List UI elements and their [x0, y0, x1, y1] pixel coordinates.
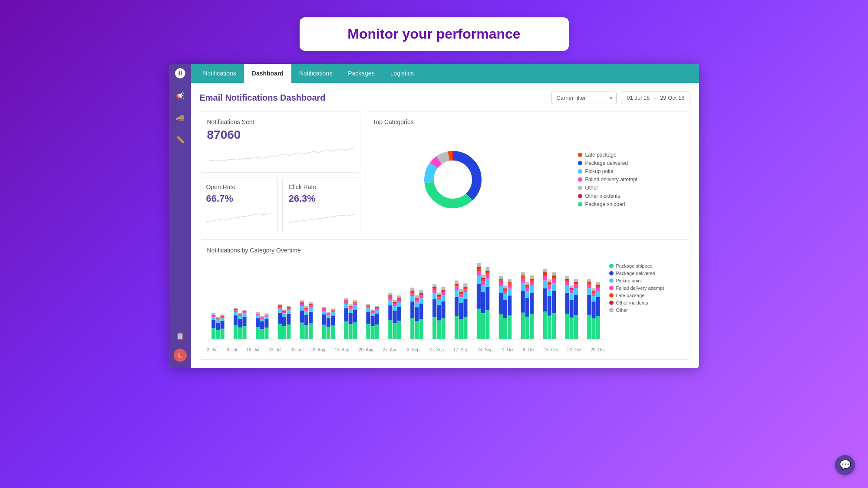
donut-svg — [418, 145, 488, 214]
svg-rect-206 — [415, 307, 419, 321]
svg-rect-189 — [393, 302, 396, 303]
svg-rect-213 — [419, 303, 423, 319]
svg-rect-209 — [415, 299, 419, 300]
x-label-12: 17. Sep — [453, 347, 468, 352]
svg-rect-83 — [282, 311, 286, 312]
svg-rect-337 — [547, 279, 551, 282]
svg-rect-122 — [326, 318, 330, 327]
tab-dashboard[interactable]: Dashboard — [244, 64, 291, 83]
svg-rect-68 — [264, 315, 268, 316]
svg-rect-290 — [503, 300, 507, 318]
svg-rect-117 — [322, 309, 326, 311]
bar-legend-package-delivered: Package delivered — [609, 271, 683, 276]
svg-rect-79 — [282, 326, 286, 339]
svg-rect-139 — [344, 301, 348, 302]
svg-rect-13 — [211, 315, 215, 316]
svg-rect-69 — [264, 315, 268, 315]
tab-notifications-top[interactable]: Notifications — [195, 64, 244, 83]
svg-rect-95 — [300, 306, 304, 310]
svg-rect-166 — [370, 311, 374, 313]
bar-chart-title: Notifications by Category Overtime — [207, 247, 683, 254]
svg-rect-224 — [432, 287, 436, 288]
sidebar-icon-list[interactable]: 📋 — [174, 329, 187, 342]
svg-rect-192 — [397, 307, 401, 321]
svg-rect-275 — [485, 310, 489, 339]
sidebar-avatar[interactable]: L — [174, 349, 187, 362]
x-label-17: 22. Oct — [567, 347, 581, 352]
svg-rect-103 — [304, 309, 308, 311]
carrier-filter-select[interactable]: Carrier filter — [551, 92, 617, 104]
x-label-7: 13. Aug — [335, 347, 350, 352]
sidebar-icon-edit[interactable]: ✏️ — [174, 133, 187, 146]
svg-rect-42 — [238, 314, 242, 314]
svg-rect-100 — [304, 325, 308, 339]
svg-rect-127 — [326, 312, 330, 313]
svg-rect-54 — [255, 314, 259, 316]
tab-packages[interactable]: Packages — [340, 64, 382, 83]
svg-rect-349 — [565, 280, 569, 282]
svg-rect-115 — [322, 314, 326, 325]
sidebar-icon-truck[interactable]: 🚚 — [174, 111, 187, 124]
svg-rect-369 — [587, 285, 591, 288]
svg-rect-178 — [388, 305, 392, 320]
svg-rect-44 — [242, 326, 246, 339]
svg-rect-353 — [569, 300, 573, 318]
svg-rect-239 — [441, 287, 445, 290]
svg-rect-120 — [322, 307, 326, 308]
svg-rect-259 — [463, 287, 467, 288]
svg-rect-109 — [309, 308, 313, 312]
svg-rect-22 — [216, 317, 220, 318]
svg-rect-344 — [551, 272, 555, 275]
svg-rect-242 — [454, 290, 458, 296]
svg-rect-293 — [503, 289, 507, 291]
x-label-18: 29. Oct — [591, 347, 604, 352]
svg-rect-366 — [587, 315, 591, 339]
tab-notifications[interactable]: Notifications — [291, 64, 340, 83]
tab-logistics[interactable]: Logistics — [383, 64, 422, 83]
svg-rect-158 — [366, 308, 370, 312]
svg-rect-179 — [388, 301, 392, 305]
legend-pickup-point: Pickup point — [578, 168, 637, 174]
svg-rect-165 — [370, 313, 374, 316]
svg-rect-219 — [432, 317, 436, 339]
svg-rect-197 — [397, 295, 401, 298]
svg-rect-9 — [211, 328, 215, 339]
svg-rect-185 — [393, 311, 396, 323]
svg-rect-296 — [508, 315, 512, 339]
svg-rect-161 — [366, 305, 370, 306]
svg-rect-204 — [410, 288, 414, 290]
svg-rect-381 — [596, 297, 600, 316]
svg-rect-233 — [441, 318, 445, 339]
svg-rect-331 — [547, 316, 551, 339]
bar-legend-other: Other — [609, 308, 683, 313]
svg-rect-24 — [220, 321, 224, 329]
svg-rect-88 — [287, 310, 290, 314]
svg-rect-343 — [551, 275, 555, 277]
svg-rect-245 — [454, 284, 458, 285]
svg-rect-96 — [300, 304, 304, 306]
legend-dot-pickup-point — [578, 169, 582, 174]
svg-rect-112 — [309, 304, 313, 305]
svg-rect-62 — [260, 318, 264, 318]
svg-rect-301 — [508, 282, 512, 283]
dashboard-title: Email Notifications Dashboard — [200, 93, 326, 103]
open-rate-card: Open Rate 66.7% — [200, 177, 278, 234]
metrics-row: Notifications Sent 87060 Open Rate 66.7% — [200, 111, 690, 234]
svg-rect-248 — [459, 303, 463, 319]
svg-rect-214 — [419, 298, 423, 303]
svg-rect-135 — [344, 321, 348, 339]
legend-other: Other — [578, 185, 637, 191]
svg-rect-48 — [242, 311, 246, 312]
sidebar-icon-megaphone[interactable]: 📢 — [174, 89, 187, 102]
svg-rect-50 — [242, 310, 246, 311]
svg-rect-321 — [529, 280, 533, 282]
svg-rect-113 — [309, 302, 313, 304]
svg-rect-378 — [591, 291, 595, 291]
svg-rect-29 — [220, 314, 224, 316]
svg-rect-283 — [498, 293, 502, 314]
svg-rect-370 — [587, 283, 591, 285]
svg-rect-198 — [410, 318, 414, 339]
chat-bubble-button[interactable]: 💬 — [835, 455, 855, 475]
date-range[interactable]: 01 Jul 18 → 29 Oct 18 — [621, 92, 690, 104]
svg-rect-226 — [437, 321, 441, 339]
